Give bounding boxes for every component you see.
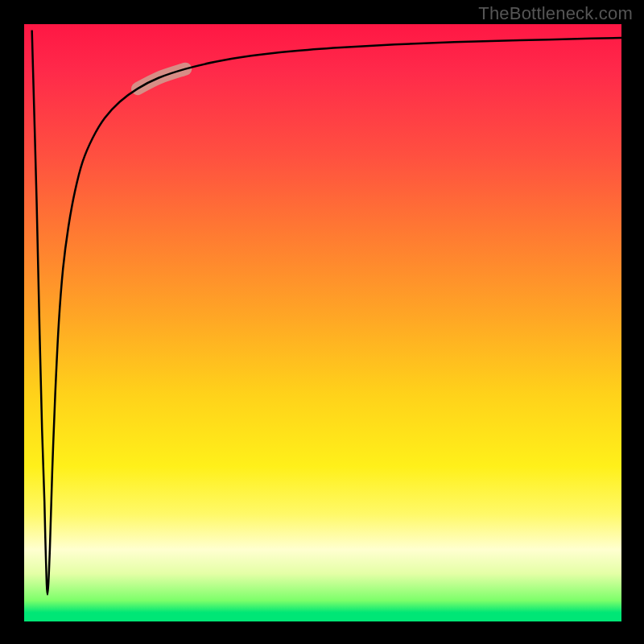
chart-stage: TheBottleneck.com xyxy=(0,0,644,644)
plot-frame xyxy=(24,24,621,621)
plot-gradient-background xyxy=(24,24,621,621)
watermark-text: TheBottleneck.com xyxy=(478,3,633,24)
